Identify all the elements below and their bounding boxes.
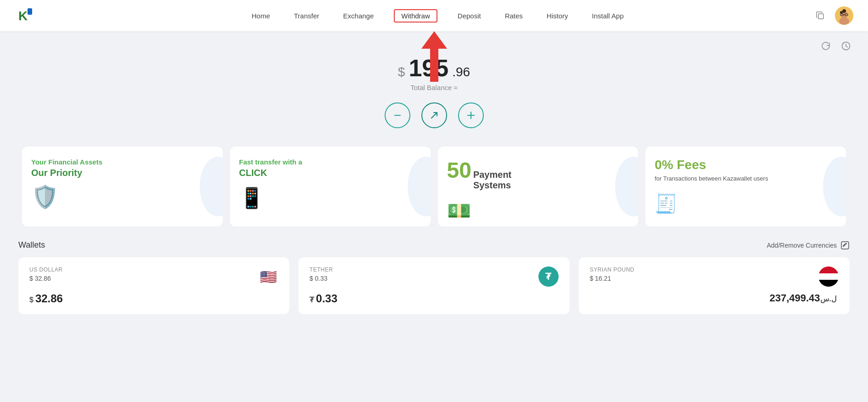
syp-flag [818, 266, 839, 287]
promo-card-3: 50 Payment Systems 💵 [438, 147, 638, 226]
header: K Home Transfer Exchange Withdraw Deposi… [0, 0, 868, 31]
logo[interactable]: K [15, 6, 35, 26]
withdraw-button[interactable] [385, 102, 410, 128]
wallet-cards: US DOLLAR $ 32.86 🇺🇸 $32.86 TETHER $ 0.3… [18, 257, 850, 314]
add-remove-currencies-button[interactable]: Add/Remove Currencies [767, 241, 850, 250]
wallet-syp-name: SYRIAN POUND [590, 266, 634, 273]
promo-4-icon: 🧾 [655, 187, 837, 215]
copy-icon[interactable] [813, 8, 828, 23]
promo-2-title-lg: CLICK [239, 167, 421, 179]
promo-3-number-area: 50 Payment Systems [447, 158, 629, 191]
avatar[interactable] [835, 6, 853, 25]
wallet-tether-top: TETHER $ 0.33 ₮ [309, 266, 558, 287]
balance-label: Total Balance ≈ [410, 84, 457, 91]
wallet-usd-top: US DOLLAR $ 32.86 🇺🇸 [29, 266, 278, 287]
balance-currency-symbol: $ [398, 65, 405, 79]
nav-install-app[interactable]: Install App [588, 10, 627, 22]
svg-text:K: K [18, 9, 28, 23]
svg-point-7 [842, 9, 846, 13]
promo-1-title-lg: Our Priority [31, 167, 213, 179]
wallet-usd: US DOLLAR $ 32.86 🇺🇸 $32.86 [18, 257, 289, 314]
promo-card-2: Fast transfer with a CLICK 📱 [230, 147, 431, 226]
promo-3-label: Payment [473, 170, 511, 180]
main-nav: Home Transfer Exchange Withdraw Deposit … [62, 9, 813, 23]
svg-rect-2 [28, 8, 32, 15]
wallet-tether-name: TETHER [309, 266, 333, 273]
promo-4-desc: for Transactions between Kazawallet user… [655, 174, 837, 183]
wallet-syp-top: SYRIAN POUND $ 16.21 [590, 266, 839, 287]
promo-2-title-sm: Fast transfer with a [239, 158, 421, 167]
wallet-syp-usd: $ 16.21 [590, 275, 634, 282]
svg-point-6 [840, 11, 843, 14]
wallet-tether-usd: $ 0.33 [309, 275, 333, 282]
nav-history[interactable]: History [543, 10, 572, 22]
nav-rates[interactable]: Rates [501, 10, 526, 22]
deposit-button[interactable] [458, 102, 484, 128]
wallet-tether-main: ₮0.33 [309, 292, 558, 305]
main-content: $ 195.96 Total Balance ≈ [0, 31, 868, 314]
svg-rect-9 [841, 15, 847, 18]
wallet-usd-name: US DOLLAR [29, 266, 63, 273]
nav-deposit[interactable]: Deposit [454, 10, 485, 22]
wallet-usd-main: $32.86 [29, 292, 278, 305]
wallet-syp: SYRIAN POUND $ 16.21 ل.س237,499.43 [579, 257, 850, 314]
wallet-usd-usd: $ 32.86 [29, 275, 63, 282]
promo-section: Your Financial Assets Our Priority 🛡️ Fa… [0, 147, 868, 226]
nav-withdraw[interactable]: Withdraw [394, 9, 437, 23]
promo-card-4: 0% Fees for Transactions between Kazawal… [645, 147, 846, 226]
tether-flag: ₮ [538, 266, 559, 287]
promo-1-icon: 🛡️ [31, 182, 213, 210]
wallet-tether: TETHER $ 0.33 ₮ ₮0.33 [298, 257, 569, 314]
balance-decimal: .96 [452, 65, 470, 79]
nav-transfer[interactable]: Transfer [290, 10, 323, 22]
promo-2-icon: 📱 [239, 182, 421, 210]
wallets-section: Wallets Add/Remove Currencies US DOLLAR … [0, 240, 868, 314]
promo-1-title-sm: Your Financial Assets [31, 158, 213, 167]
promo-card-1: Your Financial Assets Our Priority 🛡️ [22, 147, 223, 226]
promo-3-icon: 💵 [447, 194, 629, 222]
nav-home[interactable]: Home [248, 10, 274, 22]
promo-3-number: 50 [447, 158, 471, 183]
red-arrow-annotation [421, 31, 447, 82]
svg-point-8 [839, 17, 849, 25]
action-buttons [385, 102, 484, 128]
promo-4-pct: 0% Fees [655, 158, 837, 172]
edit-icon [840, 241, 850, 250]
nav-exchange[interactable]: Exchange [340, 10, 378, 22]
promo-3-sublabel: Systems [473, 180, 511, 191]
usd-flag: 🇺🇸 [258, 266, 278, 287]
svg-rect-3 [818, 14, 823, 19]
transfer-button[interactable] [421, 102, 447, 128]
wallet-syp-main: ل.س237,499.43 [590, 292, 839, 304]
balance-section: $ 195.96 Total Balance ≈ [0, 31, 868, 142]
wallets-header: Wallets Add/Remove Currencies [18, 240, 850, 250]
svg-line-15 [431, 113, 437, 118]
wallets-title: Wallets [18, 240, 45, 250]
header-right [813, 6, 853, 25]
